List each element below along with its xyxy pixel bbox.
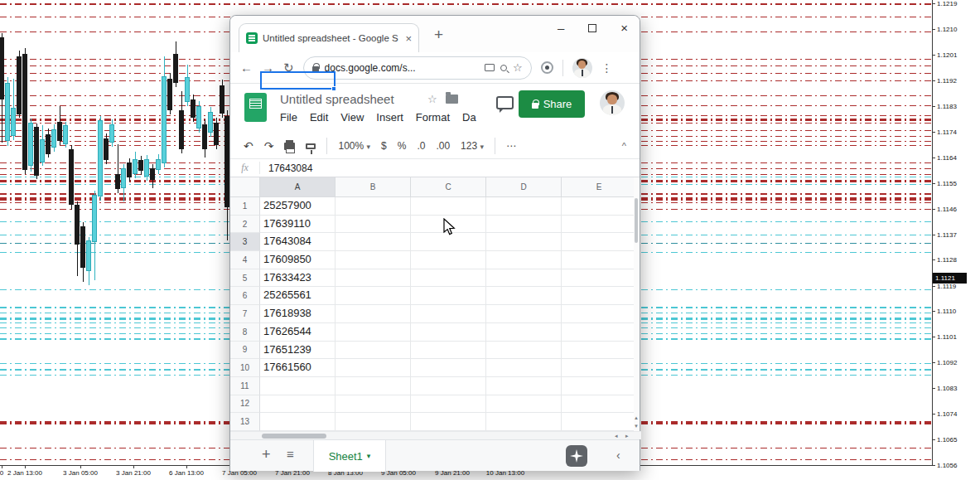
cell-e9[interactable]	[562, 342, 637, 360]
share-button[interactable]: Share	[519, 90, 585, 118]
comment-history-icon[interactable]	[496, 96, 514, 109]
footer-collapse-icon[interactable]: ‹	[616, 448, 620, 462]
format-currency-button[interactable]: $	[381, 141, 387, 151]
browser-profile-avatar[interactable]	[572, 58, 592, 78]
cell-a5[interactable]: 17633423	[260, 269, 336, 288]
row-header-13[interactable]: 13	[230, 413, 260, 431]
horizontal-scroll-thumb[interactable]	[262, 434, 326, 439]
row-header-11[interactable]: 11	[230, 377, 260, 395]
cell-a9[interactable]: 17651239	[260, 342, 336, 360]
cell-c1[interactable]	[411, 197, 486, 216]
menu-item-insert[interactable]: Insert	[376, 111, 403, 124]
cell-e5[interactable]	[562, 269, 637, 288]
collapse-menus-icon[interactable]: ^	[622, 141, 626, 151]
cell-b2[interactable]	[336, 216, 411, 234]
column-header-e[interactable]: E	[562, 177, 637, 197]
row-header-7[interactable]: 7	[230, 305, 260, 323]
decrease-decimals-button[interactable]: .0	[417, 141, 425, 151]
forward-button[interactable]: →	[262, 61, 274, 74]
row-header-6[interactable]: 6	[230, 287, 260, 305]
window-maximize-button[interactable]	[588, 24, 596, 32]
cell-d6[interactable]	[486, 287, 562, 305]
redo-button[interactable]: ↷	[264, 140, 274, 152]
cell-b12[interactable]	[336, 395, 411, 414]
cell-c6[interactable]	[411, 287, 486, 305]
cell-d2[interactable]	[486, 216, 562, 234]
row-header-2[interactable]: 2	[230, 216, 260, 234]
horizontal-scrollbar[interactable]: ◂ ▸	[230, 431, 641, 439]
menu-item-edit[interactable]: Edit	[310, 111, 328, 124]
browser-tab[interactable]: Untitled spreadsheet - Google S ×	[239, 23, 419, 52]
cell-e7[interactable]	[562, 305, 637, 323]
new-tab-button[interactable]: +	[434, 27, 443, 42]
column-header-c[interactable]: C	[411, 177, 486, 197]
move-folder-icon[interactable]	[446, 95, 458, 104]
cell-d10[interactable]	[486, 359, 562, 377]
cell-b6[interactable]	[336, 287, 411, 305]
cell-c12[interactable]	[411, 395, 486, 414]
cell-e11[interactable]	[562, 377, 637, 395]
cell-a10[interactable]: 17661560	[260, 359, 336, 377]
sheet-tab[interactable]: Sheet1 ▾	[313, 440, 386, 472]
vertical-scrollbar[interactable]: ▲ ▼	[634, 177, 639, 439]
sheets-logo-icon[interactable]	[244, 93, 267, 122]
cell-c11[interactable]	[411, 377, 486, 395]
tab-close-icon[interactable]: ×	[405, 33, 412, 44]
cell-b13[interactable]	[336, 413, 411, 431]
cell-a1[interactable]: 25257900	[260, 197, 336, 216]
cell-d4[interactable]	[486, 251, 562, 269]
cell-c9[interactable]	[411, 342, 486, 360]
row-header-12[interactable]: 12	[230, 395, 260, 414]
formula-input[interactable]: 17643084	[260, 162, 312, 174]
cell-e3[interactable]	[562, 233, 637, 251]
cell-c13[interactable]	[411, 413, 486, 431]
cell-e2[interactable]	[562, 216, 637, 234]
cell-a8[interactable]: 17626544	[260, 323, 336, 342]
row-header-10[interactable]: 10	[230, 359, 260, 377]
cell-b11[interactable]	[336, 377, 411, 395]
cell-e8[interactable]	[562, 323, 637, 342]
cell-d11[interactable]	[486, 377, 562, 395]
cell-e6[interactable]	[562, 287, 637, 305]
address-bar[interactable]: docs.google.com/s... ☆	[303, 56, 532, 80]
cell-d12[interactable]	[486, 395, 562, 414]
cell-d8[interactable]	[486, 323, 562, 342]
vertical-scroll-thumb[interactable]	[635, 198, 638, 243]
all-sheets-menu-icon[interactable]: ≡	[287, 448, 294, 460]
send-to-device-icon[interactable]	[485, 64, 495, 71]
more-toolbar-button[interactable]: ⋯	[506, 141, 516, 151]
row-header-1[interactable]: 1	[230, 197, 260, 216]
cell-d13[interactable]	[486, 413, 562, 431]
menu-item-view[interactable]: View	[340, 111, 364, 124]
fill-handle[interactable]	[331, 86, 336, 91]
document-title[interactable]: Untitled spreadsheet	[280, 92, 394, 106]
cell-e13[interactable]	[562, 413, 637, 431]
cell-c10[interactable]	[411, 359, 486, 377]
back-button[interactable]: ←	[240, 61, 253, 74]
scroll-up-icon[interactable]: ▲	[634, 415, 639, 421]
add-sheet-button[interactable]: +	[262, 447, 271, 462]
cell-a3[interactable]: 17643084	[260, 233, 336, 251]
cell-e10[interactable]	[562, 359, 637, 377]
cell-b1[interactable]	[336, 197, 411, 216]
cell-c4[interactable]	[411, 251, 486, 269]
scroll-right-icon[interactable]: ▸	[625, 433, 629, 439]
extension-icon[interactable]	[541, 61, 553, 74]
cell-a6[interactable]: 25265561	[260, 287, 336, 305]
undo-button[interactable]: ↶	[244, 140, 253, 152]
cell-a2[interactable]: 17639110	[260, 216, 336, 234]
cell-b8[interactable]	[336, 323, 411, 342]
zoom-select[interactable]: 100% ▾	[338, 141, 370, 151]
cell-d1[interactable]	[486, 197, 562, 216]
row-header-9[interactable]: 9	[230, 342, 260, 360]
cell-c5[interactable]	[411, 269, 486, 288]
cell-b9[interactable]	[336, 342, 411, 360]
paint-format-icon[interactable]	[306, 143, 316, 149]
browser-menu-icon[interactable]: ⋮	[601, 61, 613, 75]
bookmark-star-icon[interactable]: ☆	[513, 62, 523, 73]
menu-item-da[interactable]: Da	[462, 111, 476, 124]
format-percent-button[interactable]: %	[398, 141, 407, 151]
cell-d7[interactable]	[486, 305, 562, 323]
more-formats-button[interactable]: 123 ▾	[461, 141, 484, 151]
cell-c7[interactable]	[411, 305, 486, 323]
